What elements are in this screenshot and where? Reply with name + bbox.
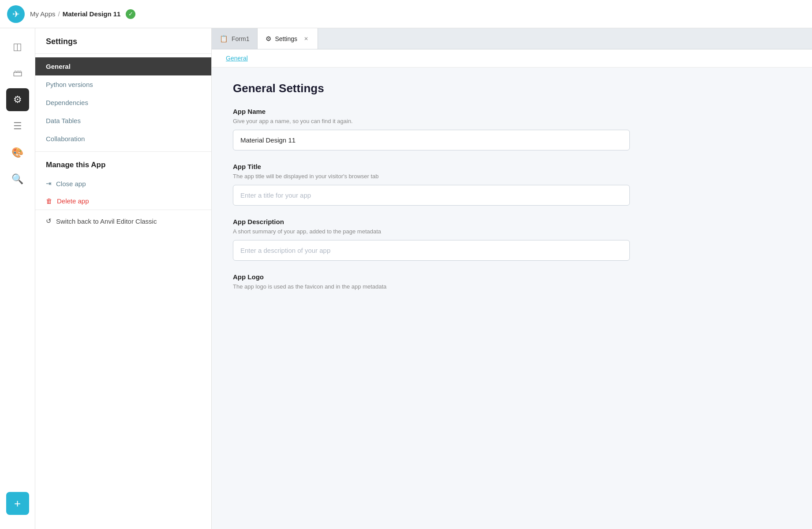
content-breadcrumb[interactable]: General — [212, 49, 812, 68]
tabs-bar: 📋 Form1 ⚙ Settings ✕ — [212, 28, 812, 49]
tab-settings-label: Settings — [275, 35, 297, 42]
sidebar-item-search[interactable]: 🔍 — [6, 168, 29, 191]
tab-settings[interactable]: ⚙ Settings ✕ — [258, 28, 318, 49]
app-name-label: App Name — [233, 108, 791, 115]
search-icon: 🔍 — [11, 173, 23, 185]
status-check-icon: ✓ — [126, 9, 135, 19]
app-description-field-group: App Description A short summary of your … — [233, 218, 791, 261]
form-title: General Settings — [233, 82, 791, 95]
nav-item-general[interactable]: General — [35, 57, 211, 75]
breadcrumb-nav: My Apps / Material Design 11 — [30, 10, 120, 18]
app-logo[interactable]: ✈ — [7, 5, 25, 23]
switch-back-label: Switch back to Anvil Editor Classic — [56, 218, 157, 225]
app-title-input[interactable] — [233, 185, 630, 206]
settings-nav: General Python versions Dependencies Dat… — [35, 54, 211, 151]
breadcrumb-current: Material Design 11 — [63, 10, 121, 18]
sidebar-item-palette[interactable]: 🎨 — [6, 141, 29, 164]
nav-item-data-tables[interactable]: Data Tables — [35, 112, 211, 130]
main-layout: ◫ 🗃 ⚙ ☰ 🎨 🔍 + Settings General Python ve… — [0, 28, 812, 529]
tab-form1[interactable]: 📋 Form1 — [212, 28, 258, 49]
app-logo-field-group: App Logo The app logo is used as the fav… — [233, 273, 791, 290]
tab-form1-label: Form1 — [232, 35, 249, 42]
form1-tab-icon: 📋 — [220, 35, 228, 43]
database-icon: 🗃 — [13, 68, 22, 79]
close-app-label: Close app — [56, 180, 86, 188]
manage-section-title: Manage this App — [35, 151, 211, 175]
nav-item-dependencies[interactable]: Dependencies — [35, 94, 211, 112]
settings-form: General Settings App Name Give your app … — [212, 68, 812, 528]
delete-app-action[interactable]: 🗑 Delete app — [35, 192, 211, 210]
sidebar-item-database[interactable]: 🗃 — [6, 62, 29, 85]
settings-tab-icon: ⚙ — [266, 35, 271, 43]
app-title-label: App Title — [233, 163, 791, 170]
switch-back-icon: ↺ — [46, 217, 52, 225]
app-title-hint: The app title will be displayed in your … — [233, 173, 791, 180]
breadcrumb-prefix[interactable]: My Apps — [30, 10, 56, 18]
delete-app-icon: 🗑 — [46, 197, 52, 205]
app-name-input[interactable] — [233, 130, 630, 150]
switch-back-action[interactable]: ↺ Switch back to Anvil Editor Classic — [35, 210, 211, 232]
sidebar-item-settings[interactable]: ⚙ — [6, 88, 29, 111]
nav-item-collaboration[interactable]: Collaboration — [35, 130, 211, 148]
tab-settings-close[interactable]: ✕ — [303, 35, 310, 42]
app-title-field-group: App Title The app title will be displaye… — [233, 163, 791, 206]
breadcrumb-separator: / — [58, 10, 60, 18]
main-content: 📋 Form1 ⚙ Settings ✕ General General Set… — [212, 28, 812, 529]
sidebar-bottom: + — [6, 492, 29, 522]
close-app-action[interactable]: ⇥ Close app — [35, 175, 211, 192]
sidebar-item-grid[interactable]: ◫ — [6, 35, 29, 58]
app-name-hint: Give your app a name, so you can find it… — [233, 118, 791, 124]
list-icon: ☰ — [13, 120, 22, 132]
app-description-input[interactable] — [233, 240, 630, 261]
app-logo-label: App Logo — [233, 273, 791, 281]
settings-title: Settings — [35, 28, 211, 54]
add-button[interactable]: + — [6, 492, 29, 515]
palette-icon: 🎨 — [11, 147, 23, 158]
delete-app-label: Delete app — [57, 197, 89, 205]
nav-item-python-versions[interactable]: Python versions — [35, 75, 211, 94]
app-description-hint: A short summary of your app, added to th… — [233, 228, 791, 235]
settings-sidebar: Settings General Python versions Depende… — [35, 28, 212, 529]
app-name-field-group: App Name Give your app a name, so you ca… — [233, 108, 791, 150]
close-app-icon: ⇥ — [46, 180, 52, 188]
app-description-label: App Description — [233, 218, 791, 225]
topbar: ✈ My Apps / Material Design 11 ✓ — [0, 0, 812, 28]
logo-icon: ✈ — [12, 9, 20, 19]
grid-icon: ◫ — [13, 41, 22, 53]
gear-icon: ⚙ — [13, 94, 22, 105]
icon-sidebar: ◫ 🗃 ⚙ ☰ 🎨 🔍 + — [0, 28, 35, 529]
sidebar-item-list[interactable]: ☰ — [6, 115, 29, 138]
app-logo-hint: The app logo is used as the favicon and … — [233, 283, 791, 290]
